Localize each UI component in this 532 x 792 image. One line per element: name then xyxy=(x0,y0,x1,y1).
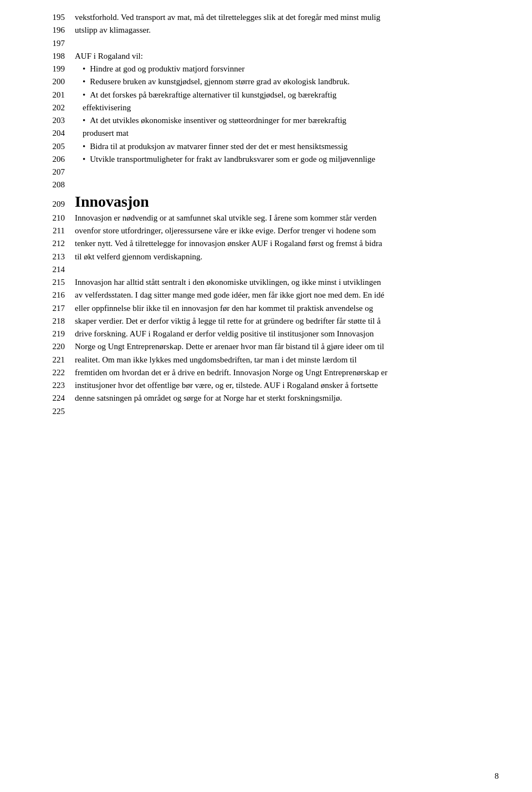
line-text xyxy=(75,405,488,418)
line-number: 195 xyxy=(44,11,75,24)
line-number: 198 xyxy=(44,50,75,63)
line-row: 225 xyxy=(44,405,488,418)
line-number: 200 xyxy=(44,75,75,88)
line-row: 213til økt velferd gjennom verdiskapning… xyxy=(44,251,488,263)
line-row: 223institusjoner hvor det offentlige bør… xyxy=(44,379,488,392)
line-number: 212 xyxy=(44,237,75,250)
line-row: 199Hindre at god og produktiv matjord fo… xyxy=(44,63,488,75)
line-text: Innovasjon har alltid stått sentralt i d… xyxy=(75,276,488,289)
line-number: 206 xyxy=(44,153,75,166)
line-row: 204produsert mat xyxy=(44,127,488,140)
line-row: 211ovenfor store utfordringer, oljeressu… xyxy=(44,224,488,237)
line-number: 220 xyxy=(44,340,75,353)
line-text: fremtiden om hvordan det er å drive en b… xyxy=(75,366,488,379)
line-text: eller oppfinnelse blir ikke til en innov… xyxy=(75,302,488,315)
line-text: AUF i Rogaland vil: xyxy=(75,50,488,63)
line-number: 210 xyxy=(44,212,75,224)
line-row: 207 xyxy=(44,166,488,178)
line-text: Innovasjon er nødvendig or at samfunnet … xyxy=(75,212,488,224)
line-text: tenker nytt. Ved å tilrettelegge for inn… xyxy=(75,237,488,250)
line-row: 202effektivisering xyxy=(44,101,488,114)
line-row: 212tenker nytt. Ved å tilrettelegge for … xyxy=(44,237,488,250)
line-text: skaper verdier. Det er derfor viktig å l… xyxy=(75,315,488,328)
line-number: 215 xyxy=(44,276,75,289)
line-text: produsert mat xyxy=(75,127,488,140)
line-number: 223 xyxy=(44,379,75,392)
line-number: 211 xyxy=(44,224,75,237)
line-text: ovenfor store utfordringer, oljeressurse… xyxy=(75,224,488,237)
line-number: 204 xyxy=(44,127,75,140)
line-text: realitet. Om man ikke lykkes med ungdoms… xyxy=(75,354,488,366)
line-number: 196 xyxy=(44,24,75,37)
line-row: 195vekstforhold. Ved transport av mat, m… xyxy=(44,11,488,24)
line-number: 199 xyxy=(44,63,75,75)
line-text: Redusere bruken av kunstgjødsel, gjennom… xyxy=(75,75,488,88)
line-row: 220Norge og Ungt Entreprenørskap. Dette … xyxy=(44,340,488,353)
line-number: 224 xyxy=(44,392,75,405)
line-number: 202 xyxy=(44,101,75,114)
line-text xyxy=(75,178,488,191)
line-row: 206Utvikle transportmuligheter for frakt… xyxy=(44,153,488,166)
line-text: Innovasjon xyxy=(75,192,488,212)
line-number: 217 xyxy=(44,302,75,315)
line-row: 209Innovasjon xyxy=(44,192,488,212)
line-text: Bidra til at produksjon av matvarer finn… xyxy=(75,140,488,153)
line-text: At det forskes på bærekraftige alternati… xyxy=(75,89,488,101)
line-row: 208 xyxy=(44,178,488,191)
line-text: Norge og Ungt Entreprenørskap. Dette er … xyxy=(75,340,488,353)
line-number: 213 xyxy=(44,251,75,263)
line-row: 224denne satsningen på området og sørge … xyxy=(44,392,488,405)
page: 195vekstforhold. Ved transport av mat, m… xyxy=(0,0,532,792)
line-number: 208 xyxy=(44,178,75,191)
line-number: 225 xyxy=(44,405,75,418)
line-text: vekstforhold. Ved transport av mat, må d… xyxy=(75,11,488,24)
line-row: 215Innovasjon har alltid stått sentralt … xyxy=(44,276,488,289)
line-row: 203At det utvikles økonomiske insentiver… xyxy=(44,114,488,127)
line-row: 214 xyxy=(44,263,488,276)
line-row: 217eller oppfinnelse blir ikke til en in… xyxy=(44,302,488,315)
line-number: 214 xyxy=(44,263,75,276)
line-text: til økt velferd gjennom verdiskapning. xyxy=(75,251,488,263)
line-row: 198AUF i Rogaland vil: xyxy=(44,50,488,63)
line-number: 219 xyxy=(44,328,75,340)
line-text: institusjoner hvor det offentlige bør væ… xyxy=(75,379,488,392)
line-text xyxy=(75,37,488,50)
line-text: effektivisering xyxy=(75,101,488,114)
line-row: 221realitet. Om man ikke lykkes med ungd… xyxy=(44,354,488,366)
line-row: 197 xyxy=(44,37,488,50)
line-row: 196utslipp av klimagasser. xyxy=(44,24,488,37)
line-row: 219drive forskning. AUF i Rogaland er de… xyxy=(44,328,488,340)
line-number: 205 xyxy=(44,140,75,153)
line-row: 201At det forskes på bærekraftige altern… xyxy=(44,89,488,101)
line-row: 218skaper verdier. Det er derfor viktig … xyxy=(44,315,488,328)
line-number: 203 xyxy=(44,114,75,127)
line-text: denne satsningen på området og sørge for… xyxy=(75,392,488,405)
line-text: drive forskning. AUF i Rogaland er derfo… xyxy=(75,328,488,340)
line-number: 222 xyxy=(44,366,75,379)
line-text xyxy=(75,263,488,276)
line-number: 216 xyxy=(44,289,75,302)
line-number: 209 xyxy=(44,198,75,211)
line-number: 201 xyxy=(44,89,75,101)
line-number: 221 xyxy=(44,354,75,366)
line-row: 205Bidra til at produksjon av matvarer f… xyxy=(44,140,488,153)
line-text: utslipp av klimagasser. xyxy=(75,24,488,37)
line-row: 222fremtiden om hvordan det er å drive e… xyxy=(44,366,488,379)
line-number: 197 xyxy=(44,37,75,50)
content-area: 195vekstforhold. Ved transport av mat, m… xyxy=(0,0,532,429)
line-row: 216av velferdsstaten. I dag sitter mange… xyxy=(44,289,488,302)
line-text: av velferdsstaten. I dag sitter mange me… xyxy=(75,289,488,302)
line-row: 200Redusere bruken av kunstgjødsel, gjen… xyxy=(44,75,488,88)
line-number: 218 xyxy=(44,315,75,328)
line-row: 210Innovasjon er nødvendig or at samfunn… xyxy=(44,212,488,224)
line-text xyxy=(75,166,488,178)
page-number: 8 xyxy=(495,771,499,781)
line-text: Utvikle transportmuligheter for frakt av… xyxy=(75,153,488,166)
line-number: 207 xyxy=(44,166,75,178)
line-text: At det utvikles økonomiske insentiver og… xyxy=(75,114,488,127)
line-text: Hindre at god og produktiv matjord forsv… xyxy=(75,63,488,75)
